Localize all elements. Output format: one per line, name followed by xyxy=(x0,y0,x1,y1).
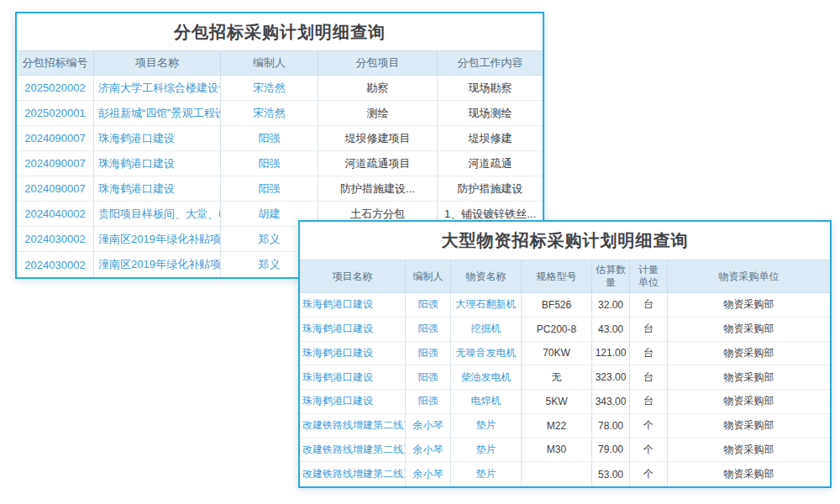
table-cell[interactable]: 阳强 xyxy=(406,293,451,317)
table-cell[interactable]: 2024090007 xyxy=(17,151,94,176)
table-cell[interactable]: 珠海鹤港口建设 xyxy=(94,176,221,201)
table-cell: 43.00 xyxy=(592,318,630,341)
material-table-body: 珠海鹤港口建设阳强大理石翻新机BF52632.00台物资采购部珠海鹤港口建设阳强… xyxy=(300,293,830,486)
table-cell: 323.00 xyxy=(592,365,630,389)
table-row: 2025020002济南大学工科综合楼建设设计宋浩然勘察现场勘察 xyxy=(17,76,543,101)
table-cell[interactable]: 潼南区2019年绿化补贴项目 xyxy=(94,252,221,277)
column-header-subcontract-item: 分包项目 xyxy=(318,51,438,75)
table-row: 珠海鹤港口建设阳强电焊机5KW343.00台物资采购部 xyxy=(300,390,830,414)
column-header-procurement-dept: 物资采购单位 xyxy=(668,260,830,292)
subcontract-panel-title: 分包招标采购计划明细查询 xyxy=(17,13,543,50)
table-cell: 个 xyxy=(630,414,668,438)
table-cell[interactable]: 2024030002 xyxy=(17,227,94,251)
material-plan-panel: 大型物资招标采购计划明细查询 项目名称 编制人 物资名称 规格型号 估算数 量 … xyxy=(298,220,832,488)
table-cell: 台 xyxy=(630,365,668,389)
table-cell[interactable]: 贵阳项目样板间、大堂、电 xyxy=(94,202,221,226)
table-cell: BF526 xyxy=(522,293,592,317)
table-cell[interactable]: 珠海鹤港口建设 xyxy=(94,126,221,150)
table-row: 珠海鹤港口建设阳强大理石翻新机BF52632.00台物资采购部 xyxy=(300,293,830,318)
table-cell: 32.00 xyxy=(592,293,630,317)
table-cell: 台 xyxy=(630,318,668,341)
table-cell[interactable]: 电焊机 xyxy=(451,390,522,413)
table-cell[interactable]: 改建铁路线增建第二线直通 xyxy=(300,438,406,462)
material-table-header: 项目名称 编制人 物资名称 规格型号 估算数 量 计量 单位 物资采购单位 xyxy=(300,260,830,293)
table-cell: 勘察 xyxy=(318,76,438,100)
table-cell[interactable]: 珠海鹤港口建设 xyxy=(94,151,221,176)
table-cell[interactable]: 2025020002 xyxy=(17,76,94,100)
table-cell[interactable]: 无噪音发电机 xyxy=(451,342,522,365)
table-row: 2024090007珠海鹤港口建设阳强防护措施建设...防护措施建设 xyxy=(17,176,543,202)
column-header-project-name: 项目名称 xyxy=(300,260,406,292)
table-cell[interactable]: 阳强 xyxy=(406,342,451,365)
table-row: 2025020001彭祖新城“四馆”景观工程设计宋浩然测绘现场测绘 xyxy=(17,101,543,126)
table-cell[interactable]: 阳强 xyxy=(406,318,451,341)
table-cell: 河道疏通 xyxy=(438,151,543,176)
table-cell[interactable]: 珠海鹤港口建设 xyxy=(300,318,406,341)
table-cell[interactable]: 改建铁路线增建第二线直通 xyxy=(300,462,406,486)
table-cell: 53.00 xyxy=(592,462,630,486)
table-cell[interactable]: 珠海鹤港口建设 xyxy=(300,293,406,317)
table-cell[interactable]: 余小琴 xyxy=(406,438,451,462)
table-row: 2024090007珠海鹤港口建设阳强河道疏通项目河道疏通 xyxy=(17,151,543,176)
table-cell[interactable]: 垫片 xyxy=(451,438,522,462)
table-cell: PC200-8 xyxy=(522,318,592,341)
table-cell[interactable]: 垫片 xyxy=(451,414,522,438)
table-cell[interactable]: 柴油发电机 xyxy=(451,365,522,389)
table-cell[interactable]: 阳强 xyxy=(221,176,318,201)
table-cell: 台 xyxy=(630,390,668,413)
table-cell: 物资采购部 xyxy=(668,318,830,341)
table-cell[interactable]: 改建铁路线增建第二线直通 xyxy=(300,414,406,438)
subcontract-table-header: 分包招标编号 项目名称 编制人 分包项目 分包工作内容 xyxy=(17,50,543,76)
table-cell[interactable]: 阳强 xyxy=(221,151,318,176)
column-header-bid-no: 分包招标编号 xyxy=(17,51,94,75)
table-cell[interactable]: 2025020001 xyxy=(17,101,94,125)
table-cell[interactable]: 阳强 xyxy=(406,390,451,413)
table-cell: 物资采购部 xyxy=(668,342,830,365)
table-cell[interactable]: 2024090007 xyxy=(17,126,94,150)
table-cell[interactable]: 2024040002 xyxy=(17,202,94,226)
table-cell: 物资采购部 xyxy=(668,365,830,389)
table-cell: 78.00 xyxy=(592,414,630,438)
table-cell[interactable]: 珠海鹤港口建设 xyxy=(300,342,406,365)
table-cell[interactable]: 宋浩然 xyxy=(221,101,318,125)
table-row: 2024090007珠海鹤港口建设阳强堤坝修建项目堤坝修建 xyxy=(17,126,543,151)
table-row: 珠海鹤港口建设阳强无噪音发电机70KW121.00台物资采购部 xyxy=(300,342,830,366)
table-row: 改建铁路线增建第二线直通余小琴垫片53.00个物资采购部 xyxy=(300,462,830,486)
table-cell[interactable]: 珠海鹤港口建设 xyxy=(300,365,406,389)
table-cell[interactable]: 挖掘机 xyxy=(451,318,522,341)
table-row: 珠海鹤港口建设阳强挖掘机PC200-843.00台物资采购部 xyxy=(300,318,830,342)
page: 分包招标采购计划明细查询 分包招标编号 项目名称 编制人 分包项目 分包工作内容… xyxy=(0,0,840,504)
table-cell: 343.00 xyxy=(592,390,630,413)
table-cell[interactable]: 彭祖新城“四馆”景观工程设计 xyxy=(94,101,221,125)
table-cell[interactable]: 余小琴 xyxy=(406,462,451,486)
table-cell: 防护措施建设... xyxy=(318,176,438,201)
column-header-work-content: 分包工作内容 xyxy=(438,51,543,75)
table-cell: 现场勘察 xyxy=(438,76,543,100)
table-row: 改建铁路线增建第二线直通余小琴垫片M3079.00个物资采购部 xyxy=(300,438,830,463)
column-header-spec-model: 规格型号 xyxy=(522,260,592,292)
table-cell: 121.00 xyxy=(592,342,630,365)
table-cell xyxy=(522,462,592,486)
table-cell[interactable]: 2024090007 xyxy=(17,176,94,201)
material-panel-title: 大型物资招标采购计划明细查询 xyxy=(300,222,830,260)
table-cell: 河道疏通项目 xyxy=(318,151,438,176)
table-cell: 无 xyxy=(522,365,592,389)
table-cell: 堤坝修建项目 xyxy=(318,126,438,150)
table-cell: 台 xyxy=(630,293,668,317)
table-cell[interactable]: 2024030002 xyxy=(17,252,94,277)
table-row: 改建铁路线增建第二线直通余小琴垫片M2278.00个物资采购部 xyxy=(300,414,830,438)
table-cell: 个 xyxy=(630,438,668,462)
table-cell[interactable]: 珠海鹤港口建设 xyxy=(300,390,406,413)
table-cell[interactable]: 余小琴 xyxy=(406,414,451,438)
table-cell: 79.00 xyxy=(592,438,630,462)
table-cell[interactable]: 阳强 xyxy=(221,126,318,150)
table-cell[interactable]: 垫片 xyxy=(451,462,522,486)
table-cell[interactable]: 济南大学工科综合楼建设设计 xyxy=(94,76,221,100)
table-cell[interactable]: 宋浩然 xyxy=(221,76,318,100)
table-cell[interactable]: 阳强 xyxy=(406,365,451,389)
table-cell: 物资采购部 xyxy=(668,438,830,462)
table-row: 珠海鹤港口建设阳强柴油发电机无323.00台物资采购部 xyxy=(300,365,830,390)
table-cell[interactable]: 大理石翻新机 xyxy=(451,293,522,317)
table-cell: 测绘 xyxy=(318,101,438,125)
table-cell[interactable]: 潼南区2019年绿化补贴项目 xyxy=(94,227,221,251)
